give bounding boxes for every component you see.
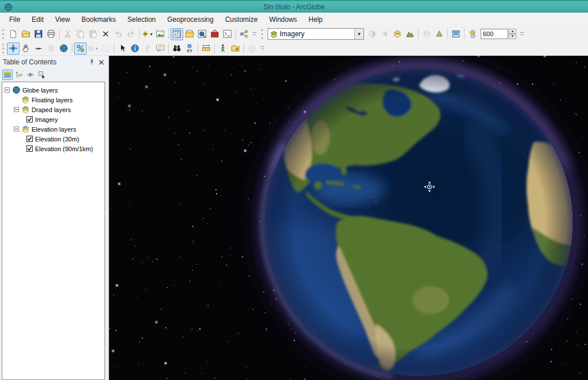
hyperlink-button[interactable] <box>141 43 154 55</box>
new-document-button[interactable] <box>7 28 20 40</box>
menu-item-customize[interactable]: Customize <box>219 14 264 25</box>
contrast-button[interactable] <box>378 28 391 40</box>
elevation-layers-icon <box>21 125 30 133</box>
cut-button[interactable] <box>61 28 74 40</box>
toolbar-separator <box>235 29 236 39</box>
fly-button[interactable] <box>32 43 45 55</box>
title-bar[interactable]: Sin título - ArcGlobe <box>0 0 588 13</box>
toc-tree-item-elevation-30m[interactable]: Elevation (30m) <box>2 134 105 144</box>
layer-visibility-checkbox[interactable] <box>26 116 33 122</box>
collapse-expander[interactable] <box>5 87 10 93</box>
layer-transparency-button[interactable] <box>391 28 404 40</box>
collapse-expander[interactable] <box>14 126 19 132</box>
navigation-mode-button[interactable] <box>74 43 87 55</box>
layer-properties-button[interactable] <box>420 28 433 40</box>
python-window-button[interactable] <box>221 28 234 40</box>
add-data-button[interactable]: ▼ <box>141 28 154 40</box>
menu-item-help[interactable]: Help <box>303 14 328 25</box>
save-button[interactable] <box>32 28 45 40</box>
toolbar-overflow-button[interactable] <box>250 28 258 40</box>
svg-text:XY: XY <box>187 48 192 53</box>
toolbar-overflow-button[interactable] <box>518 28 525 40</box>
open-file-button[interactable] <box>20 28 32 40</box>
cache-scale-spinner[interactable]: 600▲▼ <box>481 29 516 39</box>
swap-environments-button[interactable] <box>450 28 462 40</box>
globe-viewport[interactable] <box>109 56 588 380</box>
measure-button[interactable] <box>200 43 212 55</box>
full-extent-button[interactable] <box>57 43 70 55</box>
layer-visibility-checkbox[interactable] <box>26 145 33 152</box>
table-of-contents-window-button[interactable] <box>171 28 183 40</box>
select-features-button[interactable] <box>116 43 129 55</box>
toolbar-separator <box>198 43 198 53</box>
paste-button[interactable] <box>87 28 99 40</box>
list-by-source-button[interactable] <box>14 70 24 80</box>
copy-button[interactable] <box>74 28 87 40</box>
delete-button[interactable] <box>99 28 112 40</box>
layer-visibility-checkbox[interactable] <box>26 136 33 142</box>
toolbar-grip[interactable] <box>2 44 5 53</box>
navigate-button[interactable] <box>7 43 20 55</box>
layers-icon <box>21 95 30 104</box>
menu-item-view[interactable]: View <box>49 14 76 25</box>
globe-layers-toolbar: Imagery▼600▲▼ <box>259 26 527 41</box>
catalog-window-button[interactable] <box>183 28 196 40</box>
go-to-xy-button[interactable]: XY <box>183 43 196 55</box>
toc-tree-item-imagery[interactable]: Imagery <box>2 114 105 124</box>
base-heights-button[interactable] <box>404 28 416 40</box>
open-viewer-button[interactable] <box>229 43 242 55</box>
zoom-to-target-button[interactable]: ▼ <box>87 43 99 55</box>
find-button[interactable] <box>171 43 183 55</box>
toc-tree-item-floating-layers[interactable]: Floating layers <box>2 95 105 105</box>
modelbuilder-window-button[interactable] <box>238 28 250 40</box>
menu-bar: FileEditViewBookmarksSelectionGeoprocess… <box>0 13 588 26</box>
fixed-zoom-button[interactable] <box>99 43 112 55</box>
toolbar-overflow-button[interactable] <box>258 43 266 55</box>
list-by-visibility-button[interactable] <box>25 70 36 80</box>
center-on-target-button[interactable] <box>45 43 57 55</box>
toc-tree-item-draped-layers[interactable]: Draped layers <box>2 105 105 114</box>
menu-item-file[interactable]: File <box>3 14 26 25</box>
toolbar-grip[interactable] <box>2 29 5 39</box>
search-window-button[interactable] <box>196 28 208 40</box>
layer-combo[interactable]: Imagery▼ <box>268 28 364 40</box>
toc-toolbar <box>0 68 109 81</box>
menu-item-bookmarks[interactable]: Bookmarks <box>76 14 122 25</box>
pan-button[interactable] <box>20 43 32 55</box>
layer-label: Imagery <box>35 116 58 123</box>
list-by-drawing-order-button[interactable] <box>2 70 13 80</box>
globe-cache-button[interactable] <box>466 28 479 40</box>
print-button[interactable] <box>45 28 57 40</box>
redo-button[interactable] <box>125 28 137 40</box>
brightness-button[interactable] <box>366 28 378 40</box>
html-popup-button[interactable] <box>154 43 167 55</box>
menu-item-selection[interactable]: Selection <box>122 14 161 25</box>
menu-item-geoprocessing[interactable]: Geoprocessing <box>161 14 219 25</box>
toc-tree-item-elevation-90m-1km[interactable]: Elevation (90m/1km) <box>2 144 105 153</box>
toolbar-separator <box>59 29 60 39</box>
save-icon <box>34 29 43 39</box>
list-by-selection-button[interactable] <box>37 70 47 80</box>
animation-clock-button[interactable] <box>246 43 258 55</box>
menu-item-edit[interactable]: Edit <box>26 14 49 25</box>
toolbar-grip[interactable] <box>261 29 264 39</box>
identify-button[interactable] <box>129 43 141 55</box>
toc-layer-tree: Globe layersFloating layersDraped layers… <box>2 82 105 380</box>
collapse-expander[interactable] <box>14 107 19 112</box>
toc-tree-item-elevation-layers[interactable]: Elevation layers <box>2 124 105 134</box>
undo-button[interactable] <box>112 28 125 40</box>
globe-layers-icon <box>12 86 21 94</box>
pin-panel-button[interactable] <box>87 57 96 67</box>
layer-combo-value: Imagery <box>280 30 354 38</box>
toc-tree-item-globe-layers[interactable]: Globe layers <box>2 85 105 95</box>
viewer-window-button[interactable] <box>154 28 167 40</box>
spinner-down-button[interactable]: ▼ <box>509 34 516 39</box>
combo-dropdown-arrow[interactable]: ▼ <box>354 29 363 39</box>
menu-item-windows[interactable]: Windows <box>264 14 303 25</box>
arctoolbox-window-button[interactable] <box>208 28 221 40</box>
spinner-up-button[interactable]: ▲ <box>509 29 516 34</box>
walk-button[interactable] <box>216 43 229 55</box>
layer-symbology-button[interactable] <box>433 28 446 40</box>
close-panel-button[interactable] <box>96 57 106 67</box>
spinner-value[interactable]: 600 <box>481 29 508 39</box>
